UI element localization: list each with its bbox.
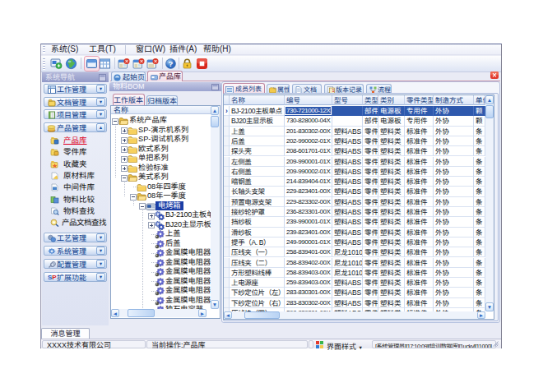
svg-text:?: ? — [169, 59, 174, 68]
